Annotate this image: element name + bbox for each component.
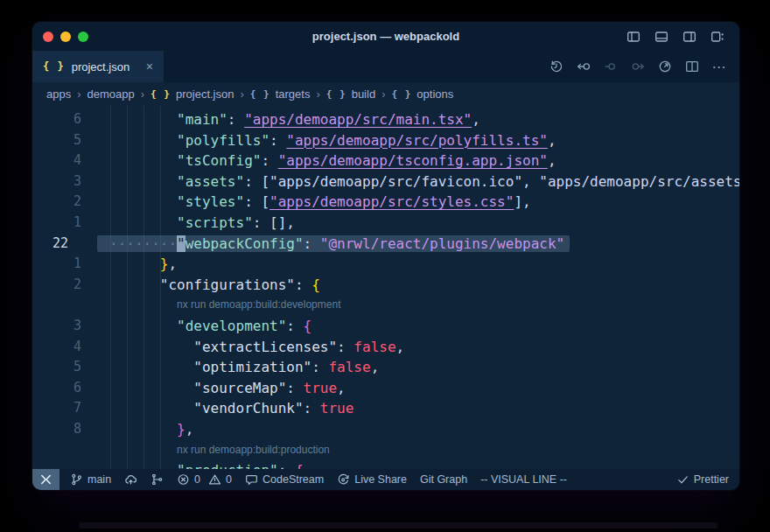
breadcrumb-label: build [352, 88, 375, 101]
line-number[interactable]: 6 [32, 109, 94, 130]
breadcrumb-item-project-json[interactable]: { }project.json [150, 88, 234, 101]
codestream[interactable]: CodeStream [245, 473, 324, 486]
line-number[interactable]: 3 [32, 316, 94, 337]
customize-layout-icon[interactable] [710, 29, 725, 45]
code-editor[interactable]: 6 "main": "apps/demoapp/src/main.tsx",5 … [32, 106, 739, 469]
line-number[interactable] [32, 295, 94, 316]
token-punc: : [312, 359, 328, 375]
token-bool: true [320, 400, 354, 416]
token-ws [109, 462, 177, 469]
line-number[interactable]: 5 [32, 357, 94, 378]
token-ws [109, 152, 177, 169]
token-punc: : [270, 132, 286, 149]
source-control-graph[interactable] [150, 473, 164, 486]
code-line: 4 "extractLicenses": false, [32, 337, 739, 358]
line-number[interactable] [32, 460, 94, 469]
token-punc: : [261, 152, 277, 169]
token-ws [109, 400, 193, 416]
line-number[interactable]: 4 [32, 337, 94, 358]
screenshot-stage: project.json — webpackold { } project.js… [0, 0, 770, 532]
remote-indicator[interactable] [32, 469, 60, 490]
breadcrumb-item-targets[interactable]: { }targets [250, 88, 311, 101]
line-number[interactable]: 5 [32, 130, 94, 151]
token-ws [109, 256, 160, 272]
cloud-upload-icon [124, 473, 137, 486]
code-text[interactable]: "production": { [109, 460, 304, 469]
visual-line-selection: ········"webpackConfig": "@nrwl/react/pl… [97, 235, 570, 252]
close-tab-icon[interactable]: × [146, 60, 153, 73]
navigate-forward-icon[interactable] [630, 59, 646, 74]
token-punc: , [548, 152, 556, 169]
breadcrumb-label: apps [46, 88, 71, 101]
line-number[interactable] [32, 440, 94, 461]
code-text[interactable]: "main": "apps/demoapp/src/main.tsx", [109, 109, 480, 130]
tab-project-json[interactable]: { } project.json × [32, 51, 164, 82]
code-text[interactable]: "styles": ["apps/demoapp/src/styles.css"… [109, 192, 531, 213]
code-text[interactable]: "vendorChunk": true [109, 398, 354, 419]
code-text[interactable]: "polyfills": "apps/demoapp/src/polyfills… [109, 130, 556, 151]
breadcrumb-item-demoapp[interactable]: demoapp [88, 88, 135, 101]
token-bool: false [354, 339, 396, 355]
line-number[interactable]: 6 [32, 378, 94, 399]
line-number[interactable]: 1 [32, 213, 94, 234]
line-number[interactable]: 2 [32, 275, 94, 296]
line-number[interactable]: 3 [32, 172, 94, 192]
code-text[interactable]: "development": { [109, 316, 312, 337]
code-text[interactable]: "assets": ["apps/demoapp/src/favicon.ico… [109, 172, 739, 192]
token-punc: : [304, 235, 320, 252]
navigate-back-icon[interactable] [576, 59, 592, 74]
toggle-primary-sidebar-icon[interactable] [626, 29, 641, 45]
code-text[interactable]: "scripts": [], [109, 213, 295, 234]
code-text[interactable]: }, [109, 419, 193, 440]
sync-changes[interactable] [124, 473, 137, 486]
line-number[interactable]: 1 [32, 254, 94, 275]
code-text[interactable]: "optimization": false, [109, 357, 379, 378]
token-key: "polyfills" [177, 132, 270, 149]
token-key2: "vendorChunk" [193, 400, 303, 416]
live-share[interactable]: Live Share [337, 473, 407, 486]
run-or-debug-icon[interactable] [657, 59, 673, 74]
line-number[interactable]: 8 [32, 419, 94, 440]
token-key2: "sourceMap" [193, 380, 286, 396]
layout-controls [626, 29, 739, 45]
minimize-window-button[interactable] [60, 32, 71, 42]
line-number[interactable]: 2 [32, 192, 94, 213]
tab-bar: { } project.json × ⋯ [32, 51, 739, 82]
toggle-panel-icon[interactable] [654, 29, 669, 45]
status-bar-left: main00CodeStreamLive ShareGit Graph-- VI… [60, 473, 567, 486]
breadcrumb-item-apps[interactable]: apps [46, 88, 71, 101]
block-cursor: " [177, 235, 186, 252]
timeline-history-icon[interactable] [549, 59, 564, 74]
code-text[interactable]: }, [109, 254, 177, 275]
git-graph[interactable]: Git Graph [420, 473, 467, 486]
token-brY: } [160, 256, 169, 272]
code-text[interactable]: "sourceMap": true, [109, 378, 346, 399]
line-number[interactable]: 4 [32, 150, 94, 172]
breadcrumb-item-options[interactable]: { }options [391, 88, 453, 101]
code-text[interactable]: "extractLicenses": false, [109, 337, 404, 358]
token-ws [109, 132, 177, 149]
codelens-link[interactable]: nx run demoapp:build:development [177, 295, 340, 316]
split-editor-icon[interactable] [684, 59, 700, 74]
prettier[interactable]: Prettier [676, 473, 729, 486]
token-ws [109, 276, 160, 293]
vim-mode[interactable]: -- VISUAL LINE -- [480, 473, 567, 486]
more-actions-icon[interactable]: ⋯ [711, 59, 727, 74]
breadcrumb-item-build[interactable]: { }build [326, 88, 375, 101]
code-text[interactable]: "tsConfig": "apps/demoapp/tsconfig.app.j… [109, 150, 556, 172]
code-text[interactable]: ········"webpackConfig": "@nrwl/react/pl… [109, 234, 570, 255]
navigate-previous-icon[interactable] [603, 59, 619, 74]
codelens-link[interactable]: nx run demoapp:build:production [177, 440, 330, 461]
line-number[interactable]: 22 [32, 234, 94, 255]
code-text[interactable]: "configurations": { [109, 275, 320, 296]
zoom-window-button[interactable] [78, 32, 88, 42]
toggle-secondary-sidebar-icon[interactable] [682, 29, 697, 45]
code-line: 3 "development": { [32, 316, 739, 337]
background-window-edge [79, 522, 718, 528]
breadcrumb-separator: › [316, 88, 319, 101]
problems[interactable]: 00 [177, 473, 232, 486]
token-strp: "@nrwl/react/plugins/webpack" [320, 235, 564, 252]
line-number[interactable]: 7 [32, 398, 94, 419]
close-window-button[interactable] [43, 32, 53, 42]
git-branch[interactable]: main [70, 473, 111, 486]
